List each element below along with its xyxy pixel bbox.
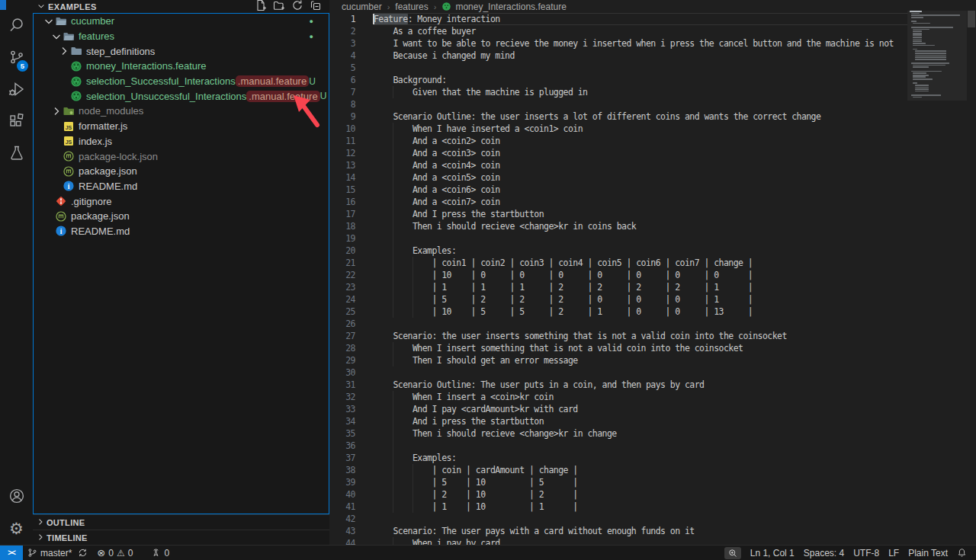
notifications-bell[interactable] [952, 546, 973, 560]
ports-status-item[interactable]: 0 [146, 546, 174, 560]
code-line-22[interactable]: 22 | 10 | 0 | 0 | 0 | 0 | 0 | 0 | 0 | [329, 269, 907, 281]
activity-bar-item-source-control[interactable]: 5 [0, 42, 33, 72]
code-line-37[interactable]: 37 Examples: [329, 452, 907, 464]
tree-item-readme-md[interactable]: iREADME.md [34, 224, 329, 239]
code-line-19[interactable]: 19 [329, 232, 907, 245]
chevron-right-icon[interactable] [58, 45, 70, 57]
code-line-18[interactable]: 18 Then i should recieve <change>kr in c… [329, 220, 907, 232]
timeline-panel-header[interactable]: TIMELINE [33, 530, 329, 545]
tree-item-selection-unsuccessful-interactions[interactable]: selection_Unsuccessful_Interactions.manu… [34, 88, 329, 104]
tree-item-package-json[interactable]: package.json [34, 164, 329, 179]
code-line-30[interactable]: 30 [329, 366, 907, 379]
tree-item-selection-successful-interactions[interactable]: selection_Successful_Interactions.manual… [34, 74, 329, 89]
code-line-3[interactable]: 3 I want to be able to recieve the money… [329, 37, 907, 50]
code-line-5[interactable]: 5 [329, 62, 907, 74]
code-line-20[interactable]: 20 Examples: [329, 245, 907, 257]
breadcrumb-folder[interactable]: cucumber [342, 2, 382, 12]
code-line-41[interactable]: 41 | 1 | 10 | 1 | [329, 501, 907, 513]
tree-item-money-interactions-feature[interactable]: money_Interactions.feature [34, 59, 329, 74]
chevron-right-icon[interactable] [50, 105, 63, 117]
problems-status-item[interactable]: ⊗ 0 ⚠ 0 [92, 546, 137, 560]
code-line-11[interactable]: 11 And a <coin2> coin [329, 135, 907, 147]
code-line-32[interactable]: 32 When I insert a <coin>kr coin [329, 391, 907, 403]
code-line-15[interactable]: 15 And a <coin6> coin [329, 184, 907, 196]
code-line-1[interactable]: 1Feature: Money interaction [329, 13, 907, 25]
line-number: 20 [329, 245, 355, 257]
eol-item[interactable]: LF [884, 546, 904, 560]
activity-bar-item-account[interactable] [0, 481, 33, 511]
tree-item-cucumber[interactable]: cucumber● [34, 14, 329, 29]
tree-item--gitignore[interactable]: .gitignore [34, 194, 329, 209]
refresh-button[interactable] [290, 0, 305, 13]
minimap-line [913, 37, 921, 38]
code-line-7[interactable]: 7 Given that the machine is plugged in [329, 86, 907, 98]
code-line-6[interactable]: 6 Background: [329, 74, 907, 86]
tree-item-readme-md[interactable]: iREADME.md [34, 179, 329, 194]
outline-panel-header[interactable]: OUTLINE [33, 514, 329, 530]
code-line-13[interactable]: 13 And a <coin4> coin [329, 159, 907, 171]
explorer-active-indicator[interactable] [0, 0, 6, 10]
info-icon: i [63, 180, 75, 192]
code-line-42[interactable]: 42 [329, 513, 907, 525]
language-mode-item[interactable]: Plain Text [904, 546, 952, 560]
encoding-item[interactable]: UTF-8 [849, 546, 884, 560]
scrollbar-slider[interactable] [968, 11, 975, 27]
code-line-2[interactable]: 2 As a coffee buyer [329, 25, 907, 37]
activity-bar-item-extensions[interactable] [0, 106, 33, 136]
tree-item-package-lock-json[interactable]: package-lock.json [34, 149, 329, 164]
activity-bar-item-search[interactable] [0, 10, 33, 40]
activity-bar-item-settings[interactable]: ⚙ [0, 513, 33, 543]
new-file-button[interactable] [253, 0, 268, 13]
branch-status-item[interactable]: master* [23, 546, 92, 560]
code-line-24[interactable]: 24 | 5 | 2 | 2 | 2 | 0 | 0 | 0 | 1 | [329, 293, 907, 306]
remote-indicator[interactable]: >< [0, 546, 23, 560]
indentation-item[interactable]: Spaces: 4 [799, 546, 849, 560]
tree-item-index-js[interactable]: JSindex.js [34, 134, 329, 149]
code-line-16[interactable]: 16 And a <coin7> coin [329, 196, 907, 208]
code-line-17[interactable]: 17 And I press the startbutton [329, 208, 907, 220]
tree-item-node-modules[interactable]: node_modules [34, 104, 329, 119]
zoom-status-item[interactable] [724, 547, 741, 559]
code-line-38[interactable]: 38 | coin | cardAmount | change | [329, 464, 907, 476]
code-line-8[interactable]: 8 [329, 98, 907, 110]
tree-item-package-json[interactable]: package.json [34, 209, 329, 224]
sidebar-section-header[interactable]: EXAMPLES [33, 0, 329, 13]
minimap[interactable] [907, 11, 967, 514]
editor-scrollbar[interactable] [967, 0, 976, 545]
new-folder-button[interactable] [271, 0, 287, 13]
code-line-27[interactable]: 27 Scenario: the user inserts something … [329, 330, 907, 342]
tree-item-formatter-js[interactable]: JSformatter.js [34, 119, 329, 134]
code-line-25[interactable]: 25 | 10 | 5 | 5 | 2 | 1 | 0 | 0 | 13 | [329, 306, 907, 318]
code-area[interactable]: 1Feature: Money interaction2 As a coffee… [329, 13, 907, 545]
code-line-35[interactable]: 35 Then i should recieve <change>kr in c… [329, 427, 907, 440]
breadcrumb-file[interactable]: money_Interactions.feature [455, 2, 566, 12]
code-line-14[interactable]: 14 And a <coin5> coin [329, 171, 907, 184]
activity-bar-item-testing[interactable] [0, 138, 33, 168]
code-line-43[interactable]: 43 Scenario: The user pays with a card w… [329, 525, 907, 537]
code-line-12[interactable]: 12 And a <coin3> coin [329, 147, 907, 159]
cursor-position-item[interactable]: Ln 1, Col 1 [746, 546, 799, 560]
code-line-34[interactable]: 34 And i press the startbutton [329, 415, 907, 427]
code-line-21[interactable]: 21 | coin1 | coin2 | coin3 | coin4 | coi… [329, 257, 907, 269]
code-line-10[interactable]: 10 When I have inserted a <coin1> coin [329, 123, 907, 135]
code-line-23[interactable]: 23 | 1 | 1 | 1 | 2 | 2 | 2 | 2 | 1 | [329, 281, 907, 293]
chevron-down-icon[interactable] [43, 15, 55, 27]
npm-icon [63, 165, 75, 178]
code-line-4[interactable]: 4 Because i changed my mind [329, 50, 907, 62]
collapse-all-button[interactable] [308, 0, 323, 13]
code-line-40[interactable]: 40 | 2 | 10 | 2 | [329, 488, 907, 501]
code-line-33[interactable]: 33 And I pay <cardAmount>kr with card [329, 403, 907, 415]
code-line-39[interactable]: 39 | 5 | 10 | 5 | [329, 476, 907, 488]
tree-item-step-definitions[interactable]: step_definitions [34, 43, 329, 59]
chevron-down-icon[interactable] [50, 30, 63, 43]
tree-item-features[interactable]: features● [34, 29, 329, 44]
code-line-9[interactable]: 9 Scenario Outline: the user inserts a l… [329, 110, 907, 123]
activity-bar-item-run-debug[interactable] [0, 74, 33, 104]
code-line-31[interactable]: 31 Scenario Outline: The user puts in a … [329, 379, 907, 391]
code-line-44[interactable]: 44 When i pay by card [329, 537, 907, 545]
code-line-28[interactable]: 28 When I insert something that is not a… [329, 342, 907, 354]
code-line-26[interactable]: 26 [329, 318, 907, 330]
code-line-29[interactable]: 29 Then I should get an error message [329, 354, 907, 366]
breadcrumb-folder[interactable]: features [395, 2, 428, 12]
code-line-36[interactable]: 36 [329, 440, 907, 452]
